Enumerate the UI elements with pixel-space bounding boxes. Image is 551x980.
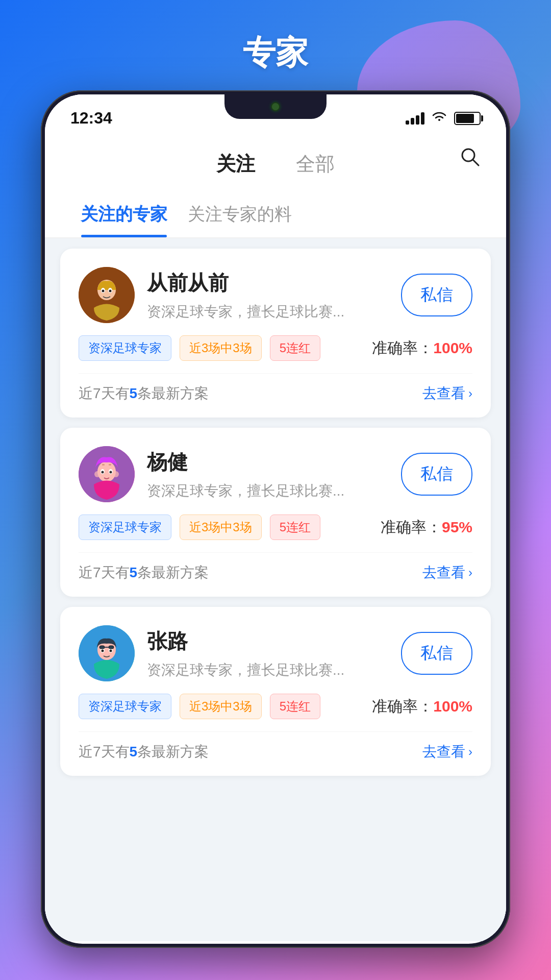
view-button[interactable]: 去查看 ›: [422, 563, 472, 582]
app-content: 关注 全部 关注的专家 关注专家的料: [45, 133, 506, 941]
svg-point-22: [102, 650, 104, 652]
tag-recent-wins: 近3场中3场: [180, 335, 262, 361]
chevron-right-icon: ›: [468, 745, 472, 759]
camera: [271, 102, 280, 111]
avatar: [79, 267, 135, 323]
svg-line-1: [473, 160, 479, 165]
top-nav: 关注 全部: [45, 133, 506, 185]
accuracy-badge: 准确率：100%: [372, 338, 472, 359]
view-label: 去查看: [422, 384, 465, 403]
svg-rect-17: [109, 464, 111, 465]
signal-icon: [406, 112, 424, 125]
card-header: 从前从前 资深足球专家，擅长足球比赛... 私信: [79, 267, 472, 323]
view-button[interactable]: 去查看 ›: [422, 742, 472, 762]
page-title: 专家: [243, 31, 308, 75]
sub-tab-followed-experts[interactable]: 关注的专家: [70, 195, 178, 237]
expert-desc: 资深足球专家，擅长足球比赛...: [147, 481, 389, 501]
tag-streak: 5连红: [270, 514, 320, 540]
search-icon: [459, 146, 481, 167]
chevron-right-icon: ›: [468, 386, 472, 401]
recent-plans-text: 近7天有5条最新方案: [79, 563, 209, 582]
tab-all[interactable]: 全部: [276, 143, 355, 185]
tag-recent-wins: 近3场中3场: [180, 514, 262, 540]
phone-screen: 12:34: [45, 94, 506, 944]
tag-expert-level: 资深足球专家: [79, 335, 171, 361]
svg-point-7: [109, 290, 112, 292]
expert-info: 杨健 资深足球专家，擅长足球比赛...: [147, 448, 389, 501]
expert-desc: 资深足球专家，擅长足球比赛...: [147, 302, 389, 322]
expert-list: 从前从前 资深足球专家，擅长足球比赛... 私信 资深足球专家 近3场中3场 5…: [45, 238, 506, 941]
recent-plans-text: 近7天有5条最新方案: [79, 384, 209, 403]
accuracy-badge: 准确率：95%: [381, 517, 472, 538]
tags-row: 资深足球专家 近3场中3场 5连红 准确率：95%: [79, 514, 472, 540]
avatar: [79, 446, 135, 502]
card-header: 杨健 资深足球专家，擅长足球比赛... 私信: [79, 446, 472, 502]
card-footer: 近7天有5条最新方案 去查看 ›: [79, 731, 472, 762]
expert-name: 杨健: [147, 448, 389, 476]
svg-point-6: [102, 290, 105, 292]
expert-info: 张路 资深足球专家，擅长足球比赛...: [147, 627, 389, 680]
phone-notch: [224, 94, 327, 119]
tags-row: 资深足球专家 近3场中3场 5连红 准确率：100%: [79, 335, 472, 361]
expert-card: 杨健 资深足球专家，擅长足球比赛... 私信 资深足球专家 近3场中3场 5连红…: [60, 428, 491, 597]
avatar: [79, 625, 135, 681]
accuracy-badge: 准确率：100%: [372, 696, 472, 717]
tag-recent-wins: 近3场中3场: [180, 694, 262, 719]
tags-row: 资深足球专家 近3场中3场 5连红 准确率：100%: [79, 694, 472, 719]
sub-tabs: 关注的专家 关注专家的料: [45, 185, 506, 238]
view-label: 去查看: [422, 563, 465, 582]
expert-desc: 资深足球专家，擅长足球比赛...: [147, 660, 389, 680]
expert-card: 从前从前 资深足球专家，擅长足球比赛... 私信 资深足球专家 近3场中3场 5…: [60, 249, 491, 418]
tag-expert-level: 资深足球专家: [79, 514, 171, 540]
recent-plans-text: 近7天有5条最新方案: [79, 742, 209, 762]
svg-rect-25: [109, 646, 114, 649]
message-button[interactable]: 私信: [401, 453, 472, 496]
expert-name: 张路: [147, 627, 389, 655]
phone-frame: 12:34: [41, 90, 510, 948]
tag-streak: 5连红: [270, 694, 320, 719]
status-time: 12:34: [70, 109, 112, 128]
battery-icon: [454, 112, 481, 125]
svg-point-14: [94, 471, 101, 477]
message-button[interactable]: 私信: [401, 632, 472, 675]
svg-rect-24: [99, 646, 105, 649]
tag-streak: 5连红: [270, 335, 320, 361]
svg-point-12: [102, 471, 104, 474]
svg-point-13: [110, 471, 112, 474]
card-header: 张路 资深足球专家，擅长足球比赛... 私信: [79, 625, 472, 681]
view-button[interactable]: 去查看 ›: [422, 384, 472, 403]
search-button[interactable]: [459, 146, 481, 173]
sub-tab-expert-picks[interactable]: 关注专家的料: [178, 195, 302, 237]
view-label: 去查看: [422, 742, 465, 762]
card-footer: 近7天有5条最新方案 去查看 ›: [79, 373, 472, 403]
svg-point-23: [110, 650, 112, 652]
expert-name: 从前从前: [147, 269, 389, 297]
expert-info: 从前从前 资深足球专家，擅长足球比赛...: [147, 269, 389, 322]
svg-point-15: [113, 471, 119, 477]
tab-follow[interactable]: 关注: [196, 143, 276, 185]
message-button[interactable]: 私信: [401, 274, 472, 316]
chevron-right-icon: ›: [468, 566, 472, 580]
svg-rect-16: [102, 464, 105, 465]
expert-card: 张路 资深足球专家，擅长足球比赛... 私信 资深足球专家 近3场中3场 5连红…: [60, 607, 491, 776]
wifi-icon: [432, 111, 447, 126]
card-footer: 近7天有5条最新方案 去查看 ›: [79, 552, 472, 582]
status-icons: [406, 111, 481, 126]
tag-expert-level: 资深足球专家: [79, 694, 171, 719]
